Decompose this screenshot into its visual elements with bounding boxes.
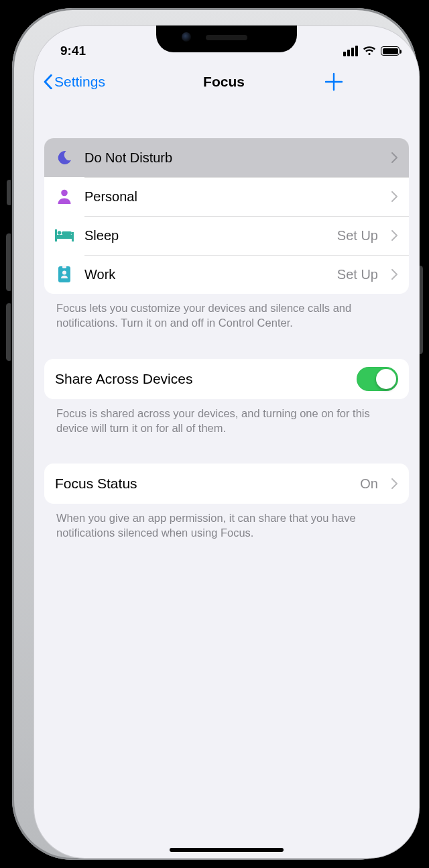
- focus-status-group: Focus Status On: [44, 464, 409, 504]
- volume-up-button: [6, 233, 12, 291]
- chevron-right-icon: [391, 152, 398, 163]
- badge-icon: [55, 266, 74, 283]
- row-label: Sleep: [84, 228, 326, 243]
- row-detail: Set Up: [337, 267, 378, 282]
- moon-icon: [55, 150, 74, 166]
- cellular-icon: [343, 46, 358, 56]
- bed-icon: [55, 229, 74, 242]
- chevron-left-icon: [43, 74, 53, 89]
- mute-switch: [7, 180, 12, 205]
- row-label: Personal: [84, 189, 367, 205]
- svg-rect-2: [55, 235, 74, 239]
- person-icon: [55, 188, 74, 205]
- svg-rect-9: [62, 266, 66, 268]
- chevron-right-icon: [391, 230, 398, 241]
- back-button[interactable]: Settings: [43, 74, 123, 90]
- focus-row-personal[interactable]: Personal: [44, 177, 409, 216]
- svg-rect-7: [72, 239, 74, 241]
- row-label: Work: [84, 267, 326, 282]
- volume-down-button: [6, 303, 12, 361]
- svg-rect-3: [72, 232, 74, 239]
- svg-rect-6: [55, 239, 57, 241]
- chevron-right-icon: [391, 191, 398, 202]
- focus-row-do-not-disturb[interactable]: Do Not Disturb: [44, 138, 409, 177]
- share-across-devices-group: Share Across Devices: [44, 359, 409, 399]
- status-time: 9:41: [60, 44, 86, 58]
- screen: 9:41: [34, 25, 420, 859]
- battery-icon: [381, 46, 400, 56]
- share-across-devices-row: Share Across Devices: [44, 359, 409, 399]
- notch: [156, 25, 297, 52]
- chevron-right-icon: [391, 478, 398, 489]
- focus-row-sleep[interactable]: Sleep Set Up: [44, 216, 409, 255]
- focus-modes-list: Do Not Disturb Personal: [44, 138, 409, 294]
- focus-status-row[interactable]: Focus Status On: [44, 464, 409, 504]
- focus-status-label: Focus Status: [55, 476, 349, 492]
- svg-point-4: [58, 231, 62, 235]
- back-label: Settings: [54, 74, 105, 90]
- share-toggle[interactable]: [357, 367, 398, 391]
- iphone-mockup: 9:41: [0, 0, 429, 868]
- home-indicator[interactable]: [170, 848, 284, 852]
- plus-icon: [324, 72, 343, 91]
- focus-modes-footer: Focus lets you customize your devices an…: [44, 294, 409, 331]
- share-footer: Focus is shared across your devices, and…: [44, 399, 409, 436]
- focus-status-footer: When you give an app permission, it can …: [44, 504, 409, 541]
- chevron-right-icon: [391, 269, 398, 280]
- nav-bar: Settings Focus: [34, 63, 420, 101]
- row-detail: Set Up: [337, 228, 378, 243]
- focus-row-work[interactable]: Work Set Up: [44, 255, 409, 294]
- add-button[interactable]: [324, 72, 405, 91]
- wifi-icon: [363, 44, 376, 58]
- share-label: Share Across Devices: [55, 371, 346, 387]
- svg-rect-5: [62, 231, 72, 235]
- svg-point-10: [62, 271, 66, 275]
- nav-title: Focus: [123, 74, 324, 90]
- row-label: Do Not Disturb: [84, 150, 367, 166]
- focus-status-detail: On: [360, 476, 378, 492]
- svg-point-0: [61, 190, 68, 197]
